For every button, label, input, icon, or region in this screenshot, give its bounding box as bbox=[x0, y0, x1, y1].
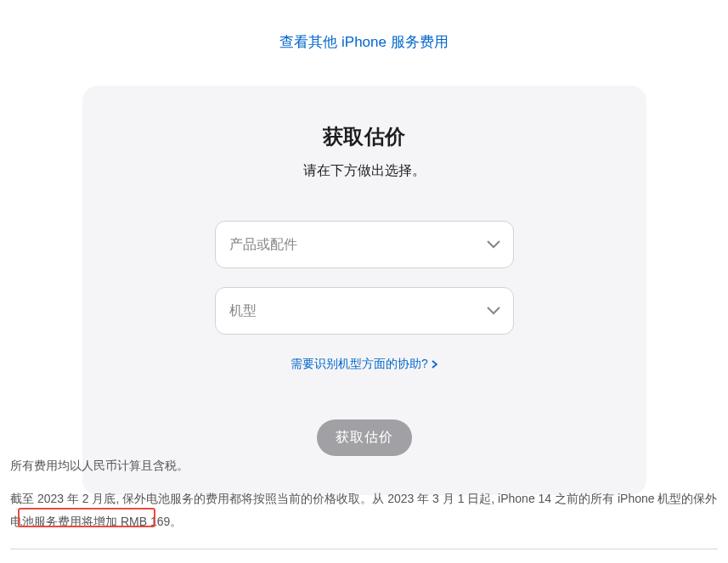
page-root: 查看其他 iPhone 服务费用 获取估价 请在下方做出选择。 产品或配件 机型… bbox=[0, 0, 728, 563]
divider bbox=[10, 549, 718, 549]
card-title: 获取估价 bbox=[133, 123, 595, 150]
footer-price-notice: 截至 2023 年 2 月底, 保外电池服务的费用都将按照当前的价格收取。从 2… bbox=[10, 487, 718, 532]
product-select-wrap: 产品或配件 bbox=[215, 221, 514, 268]
product-select-placeholder: 产品或配件 bbox=[229, 236, 297, 254]
chevron-right-icon bbox=[432, 358, 437, 371]
other-fees-link[interactable]: 查看其他 iPhone 服务费用 bbox=[0, 32, 728, 52]
get-estimate-button[interactable]: 获取估价 bbox=[317, 419, 412, 456]
product-select[interactable]: 产品或配件 bbox=[215, 221, 514, 268]
identify-model-help-link[interactable]: 需要识别机型方面的协助? bbox=[291, 357, 437, 372]
help-link-label: 需要识别机型方面的协助? bbox=[291, 357, 428, 372]
footer-tax-note: 所有费用均以人民币计算且含税。 bbox=[10, 459, 718, 474]
footer: 所有费用均以人民币计算且含税。 截至 2023 年 2 月底, 保外电池服务的费… bbox=[10, 459, 718, 532]
model-select-placeholder: 机型 bbox=[229, 302, 257, 320]
card-subtitle: 请在下方做出选择。 bbox=[133, 162, 595, 180]
model-select[interactable]: 机型 bbox=[215, 287, 514, 335]
estimate-card: 获取估价 请在下方做出选择。 产品或配件 机型 需要识别机型方面的协助? bbox=[82, 86, 646, 495]
model-select-wrap: 机型 bbox=[215, 287, 514, 335]
footer-price-notice-text: 截至 2023 年 2 月底, 保外电池服务的费用都将按照当前的价格收取。从 2… bbox=[10, 492, 717, 528]
